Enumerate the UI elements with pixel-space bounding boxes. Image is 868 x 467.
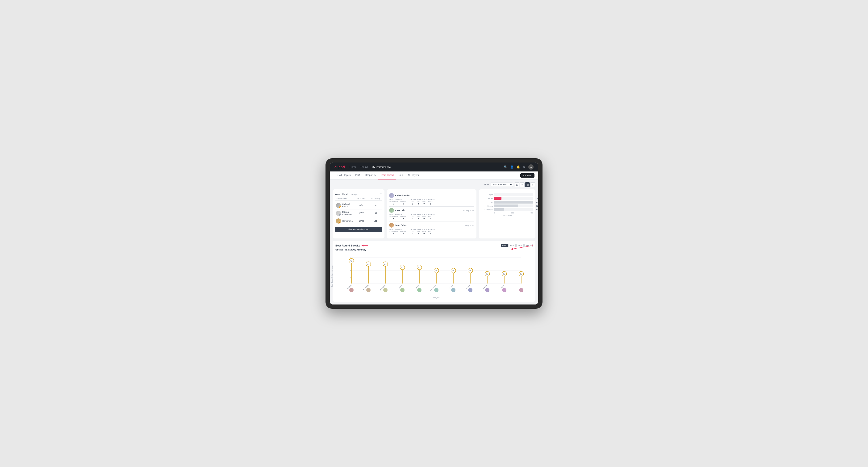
bell-icon[interactable]: 🔔 — [517, 165, 520, 168]
subtitle-sub: Fairway Accuracy — [348, 249, 366, 251]
nav-link-myperformance[interactable]: My Performance — [372, 165, 391, 168]
sub-nav-allplayers[interactable]: All Players — [405, 172, 421, 180]
avatar: 3 — [336, 218, 341, 224]
bar-label: Pars — [481, 201, 493, 203]
settings-icon[interactable]: ⚙ — [523, 165, 526, 168]
table-header: PLAYER NAME PB SCORE PB AVG SQ — [335, 198, 382, 201]
putt-value: 1 — [430, 203, 431, 205]
lollipop-svg: 024687xE. Ewert6xB. McHerg6xD. Billingha… — [340, 253, 533, 295]
sub-nav-teamclippd[interactable]: Team Clippd — [378, 172, 396, 180]
practice-activities-group: Total Practice Activities OTT 0 APP 0 — [411, 228, 434, 235]
activity-card: Josh Coles 26 Aug 2023 Total Rounds Tour… — [389, 221, 474, 236]
app-value: 0 — [418, 232, 419, 235]
practice-label: Practice — [400, 201, 406, 203]
sub-nav-tour[interactable]: Tour — [396, 172, 405, 180]
sub-nav-hcaps[interactable]: Hcaps 1-5 — [363, 172, 378, 180]
main-content: Show Last 3 months Last 6 months Last 12… — [330, 180, 538, 305]
avatar[interactable]: A — [528, 164, 533, 169]
tablet-screen: clippd Home Teams My Performance 🔍 👤 🔔 ⚙… — [330, 162, 538, 305]
streaks-filter-btn-arg[interactable]: ARG — [516, 244, 524, 247]
user-icon[interactable]: 👤 — [510, 165, 514, 168]
view-icons: ⊞ ≡ ▤ ⇅ — [515, 182, 535, 187]
svg-text:...: ... — [520, 284, 522, 286]
ott-stat: OTT 0 — [411, 201, 414, 205]
top-section: Team Clippd | 14 Players ✏ PLAYER NAME P… — [333, 189, 535, 239]
table-row: 2 Edward Crossman 18/20 107 — [335, 210, 382, 217]
putt-stat: PUTT 1 — [428, 231, 432, 235]
sub-nav-pga[interactable]: PGA — [353, 172, 363, 180]
practice-label: Practice — [400, 216, 406, 217]
arg-label: ARG — [422, 231, 426, 232]
streaks-filter-btn-putt[interactable]: PUTT — [524, 244, 533, 247]
player-score: 19/20 — [354, 204, 368, 207]
tournament-stat: Tournament 8 — [389, 216, 398, 220]
streaks-header: Best Round Streaks OTTAPPARGPUTT — [335, 244, 533, 247]
svg-text:7x: 7x — [350, 260, 352, 262]
player-avg: 107 — [369, 212, 381, 214]
bar-row: Eagles 3 — [481, 193, 533, 196]
tournament-value: 7 — [393, 203, 394, 205]
practice-activities-label: Total Practice Activities — [411, 199, 434, 200]
bar-track: 311 — [494, 205, 533, 207]
bar-track: 3 — [494, 193, 533, 196]
svg-point-21 — [366, 288, 371, 292]
chart-x-label: 0 — [494, 212, 495, 214]
putt-value: 1 — [430, 232, 431, 235]
edit-icon[interactable]: ✏ — [380, 193, 382, 195]
bar-row: Pars 499 — [481, 201, 533, 204]
panel-title: Team Clippd — [335, 193, 347, 195]
bar-value: 3 — [538, 194, 538, 195]
col-pb-score: PB SCORE — [354, 198, 368, 199]
svg-text:R. Britt: R. Britt — [415, 284, 420, 288]
player-name: Richard Butler — [342, 203, 353, 208]
nav-link-home[interactable]: Home — [349, 165, 356, 168]
streaks-filter-btn-app[interactable]: APP — [508, 244, 516, 247]
ott-value: 0 — [412, 217, 413, 220]
nav-link-teams[interactable]: Teams — [361, 165, 368, 168]
practice-stat-row: OTT 0 APP 0 ARG 0 — [411, 201, 434, 205]
app-value: 0 — [418, 203, 419, 205]
view-leaderboard-button[interactable]: View Full Leaderboard — [335, 227, 382, 232]
svg-text:4x: 4x — [435, 270, 437, 272]
bar-value: 499 — [536, 201, 538, 203]
practice-stat: Practice 4 — [400, 216, 406, 220]
card-view-btn[interactable]: ▤ — [525, 182, 530, 187]
list-view-btn[interactable]: ≡ — [520, 182, 525, 187]
svg-text:3x: 3x — [520, 273, 522, 275]
streaks-title-text: Best Round Streaks — [335, 244, 360, 247]
svg-point-31 — [400, 288, 404, 292]
player-score: 17/20 — [354, 220, 368, 222]
ott-stat: OTT 0 — [411, 231, 414, 235]
svg-text:3x: 3x — [486, 273, 488, 275]
player-avg: 110 — [369, 204, 381, 207]
svg-text:6x: 6x — [368, 263, 369, 265]
practice-activities-group: Total Practice Activities OTT 0 APP 0 — [411, 199, 434, 205]
table-row: 3 Cameron... 17/20 103 — [335, 217, 382, 225]
svg-point-36 — [417, 288, 422, 292]
streaks-filter-btn-ott[interactable]: OTT — [501, 244, 508, 247]
putt-value: 0 — [430, 217, 431, 220]
add-team-button[interactable]: Add Team — [520, 173, 534, 178]
rounds-stat-row: Tournament 7 Practice 2 — [389, 231, 406, 235]
bottom-section: Best Round Streaks OTTAPPARGPUTT Off The… — [333, 241, 535, 302]
col-pb-avg: PB AVG SQ — [369, 198, 381, 199]
practice-value: 2 — [403, 232, 404, 235]
grid-view-btn[interactable]: ⊞ — [515, 182, 519, 187]
app-stat: APP 0 — [416, 216, 420, 220]
bar-track: 96 — [494, 197, 533, 200]
activity-avatar — [389, 193, 394, 198]
table-view-btn[interactable]: ⇅ — [530, 182, 535, 187]
putt-label: PUTT — [428, 201, 432, 203]
filter-select[interactable]: Last 3 months Last 6 months Last 12 mont… — [491, 183, 513, 187]
svg-text:4x: 4x — [453, 270, 454, 272]
chart-area: 024687xE. Ewert6xB. McHerg6xD. Billingha… — [340, 253, 533, 299]
sub-nav-pgat[interactable]: PGAT Players — [334, 172, 353, 180]
rank-badge: 2 — [339, 214, 341, 216]
table-row: 1 Richard Butler 19/20 110 — [335, 201, 382, 210]
panel-header-row: Team Clippd | 14 Players ✏ — [335, 192, 382, 196]
bar-label: Eagles — [481, 194, 493, 195]
svg-point-41 — [434, 288, 438, 292]
svg-point-56 — [485, 288, 489, 292]
activity-player-info: Richard Butler — [389, 193, 410, 198]
search-icon[interactable]: 🔍 — [504, 165, 507, 168]
